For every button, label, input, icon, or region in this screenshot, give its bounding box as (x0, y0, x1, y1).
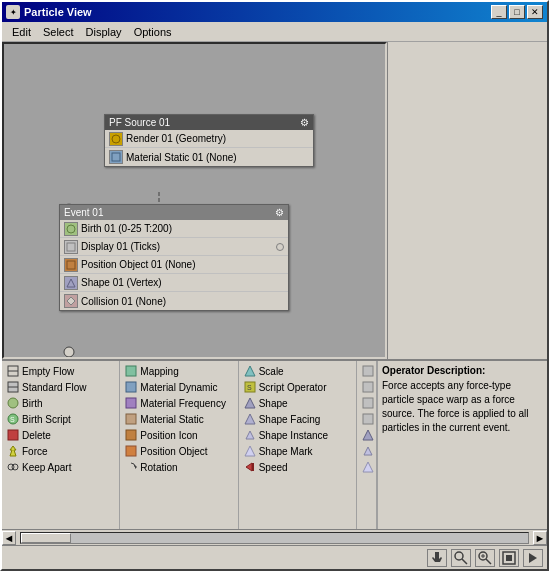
op-shape-instance[interactable]: Shape Instance (241, 427, 354, 443)
main-area: PF Source 01 ⚙ Render 01 (Geometry) Mate… (2, 42, 547, 359)
op-c4-6[interactable] (359, 443, 374, 459)
menu-edit[interactable]: Edit (6, 24, 37, 40)
scroll-left-button[interactable]: ◄ (2, 531, 16, 545)
svg-point-4 (64, 347, 74, 357)
svg-marker-37 (245, 414, 255, 424)
position-icon-label: Position Icon (140, 430, 197, 441)
c4-7-icon (361, 460, 375, 474)
svg-point-49 (455, 552, 463, 560)
op-script-operator[interactable]: S Script Operator (241, 379, 354, 395)
c4-2-icon (361, 380, 375, 394)
close-button[interactable]: ✕ (527, 5, 543, 19)
pf-source-gear[interactable]: ⚙ (300, 117, 309, 128)
op-birth-script[interactable]: S Birth Script (4, 411, 117, 427)
op-speed[interactable]: Speed (241, 459, 354, 475)
op-material-dynamic[interactable]: Material Dynamic (122, 379, 235, 395)
event01-node[interactable]: Event 01 ⚙ Birth 01 (0-25 T:200) Display… (59, 204, 289, 311)
canvas-area[interactable]: PF Source 01 ⚙ Render 01 (Geometry) Mate… (2, 42, 387, 359)
desc-text: Force accepts any force-type particle sp… (382, 379, 543, 435)
scrollbar-thumb[interactable] (21, 533, 71, 543)
material-static-icon (109, 150, 123, 164)
svg-marker-48 (363, 462, 373, 472)
keep-apart-label: Keep Apart (22, 462, 71, 473)
standard-flow-label: Standard Flow (22, 382, 86, 393)
position-icon-op (124, 428, 138, 442)
birth-op-icon (6, 396, 20, 410)
pf-source-row-material[interactable]: Material Static 01 (None) (105, 148, 313, 166)
svg-marker-57 (529, 553, 537, 563)
pf-source-node[interactable]: PF Source 01 ⚙ Render 01 (Geometry) Mate… (104, 114, 314, 167)
op-position-object[interactable]: Position Object (122, 443, 235, 459)
menu-display[interactable]: Display (80, 24, 128, 40)
birth-script-label: Birth Script (22, 414, 71, 425)
op-birth[interactable]: Birth (4, 395, 117, 411)
op-force[interactable]: Force (4, 443, 117, 459)
svg-rect-45 (363, 414, 373, 424)
op-delete[interactable]: Delete (4, 427, 117, 443)
op-keep-apart[interactable]: Keep Apart (4, 459, 117, 475)
force-op-label: Force (22, 446, 48, 457)
status-icon-hand[interactable] (427, 549, 447, 567)
event01-row-position[interactable]: Position Object 01 (None) (60, 256, 288, 274)
op-c4-5[interactable] (359, 427, 374, 443)
desc-title: Operator Description: (382, 365, 543, 376)
op-mapping[interactable]: Mapping (122, 363, 235, 379)
op-empty-flow[interactable]: Empty Flow (4, 363, 117, 379)
event01-row-display[interactable]: Display 01 (Ticks) (60, 238, 288, 256)
svg-marker-33 (245, 366, 255, 376)
position-label: Position Object 01 (None) (81, 259, 196, 270)
op-standard-flow[interactable]: Standard Flow (4, 379, 117, 395)
op-rotation[interactable]: Rotation (122, 459, 235, 475)
menu-options[interactable]: Options (128, 24, 178, 40)
pf-source-header: PF Source 01 ⚙ (105, 115, 313, 130)
svg-marker-32 (135, 465, 137, 469)
position-icon (64, 258, 78, 272)
right-panel (387, 42, 547, 359)
menu-select[interactable]: Select (37, 24, 80, 40)
status-icon-zoom2[interactable] (475, 549, 495, 567)
shape-mark-icon (243, 444, 257, 458)
op-c4-1[interactable] (359, 363, 374, 379)
op-shape[interactable]: Shape (241, 395, 354, 411)
op-shape-mark[interactable]: Shape Mark (241, 443, 354, 459)
svg-point-25 (12, 464, 18, 470)
svg-rect-56 (506, 555, 512, 561)
op-material-frequency[interactable]: Material Frequency (122, 395, 235, 411)
status-icon-frame[interactable] (499, 549, 519, 567)
event01-header: Event 01 ⚙ (60, 205, 288, 220)
event01-gear[interactable]: ⚙ (275, 207, 284, 218)
svg-marker-38 (246, 431, 254, 439)
op-c4-7[interactable] (359, 459, 374, 475)
shape-instance-label: Shape Instance (259, 430, 329, 441)
minimize-button[interactable]: _ (491, 5, 507, 19)
scroll-right-button[interactable]: ► (533, 531, 547, 545)
c4-1-icon (361, 364, 375, 378)
c4-6-icon (361, 444, 375, 458)
maximize-button[interactable]: □ (509, 5, 525, 19)
event01-row-collision[interactable]: Collision 01 (None) (60, 292, 288, 310)
scale-icon (243, 364, 257, 378)
op-position-icon[interactable]: Position Icon (122, 427, 235, 443)
status-icon-play[interactable] (523, 549, 543, 567)
status-icon-zoom[interactable] (451, 549, 471, 567)
menu-bar: Edit Select Display Options (2, 22, 547, 42)
svg-rect-7 (112, 153, 120, 161)
op-shape-facing[interactable]: Shape Facing (241, 411, 354, 427)
svg-rect-28 (126, 398, 136, 408)
scrollbar-track[interactable] (20, 532, 529, 544)
event01-row-birth[interactable]: Birth 01 (0-25 T:200) (60, 220, 288, 238)
op-scale[interactable]: Scale (241, 363, 354, 379)
main-window: ✦ Particle View _ □ ✕ Edit Select Displa… (0, 0, 549, 571)
op-material-static[interactable]: Material Static (122, 411, 235, 427)
op-c4-3[interactable] (359, 395, 374, 411)
operator-list: Empty Flow Standard Flow Birth S (2, 361, 377, 529)
svg-rect-44 (363, 398, 373, 408)
display-icon (64, 240, 78, 254)
horizontal-scrollbar[interactable]: ◄ ► (2, 529, 547, 545)
collision-icon (64, 294, 78, 308)
op-c4-4[interactable] (359, 411, 374, 427)
material-static-op-icon (124, 412, 138, 426)
event01-row-shape[interactable]: Shape 01 (Vertex) (60, 274, 288, 292)
pf-source-row-render[interactable]: Render 01 (Geometry) (105, 130, 313, 148)
op-c4-2[interactable] (359, 379, 374, 395)
